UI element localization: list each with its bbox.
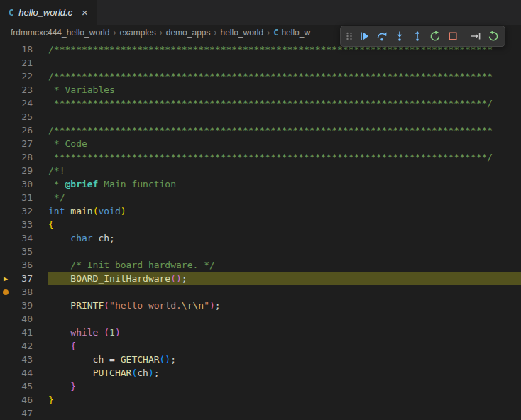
tab-hello-world-c[interactable]: C hello_world.c × — [0, 0, 97, 25]
step-into-icon — [394, 31, 405, 42]
restart-icon — [429, 31, 441, 42]
code-line[interactable]: 41 while (1) — [0, 326, 521, 339]
line-gutter[interactable]: 39 — [0, 299, 48, 312]
tab-close-icon[interactable]: × — [82, 7, 88, 18]
line-gutter[interactable]: 27 — [0, 137, 48, 150]
toolbar-drag-handle[interactable] — [344, 28, 355, 45]
line-gutter[interactable]: 44 — [0, 366, 48, 380]
code-token: BOARD_InitHardware — [70, 273, 170, 284]
code-token: while — [70, 327, 98, 338]
line-gutter[interactable]: 23 — [0, 83, 48, 96]
code-line[interactable]: 27 * Code — [0, 137, 521, 150]
breadcrumb-item-examples[interactable]: examples — [119, 28, 155, 38]
code-line[interactable]: 25 — [0, 110, 521, 123]
code-line[interactable]: 26/*************************************… — [0, 123, 521, 137]
goto-target-icon — [470, 31, 481, 42]
code-line[interactable]: 39 PRINTF("hello world.\r\n"); — [0, 299, 521, 312]
line-gutter[interactable]: 38 — [0, 285, 48, 299]
line-gutter[interactable]: 46 — [0, 393, 48, 407]
line-gutter[interactable]: 36 — [0, 258, 48, 272]
line-gutter[interactable]: 33 — [0, 218, 48, 231]
line-gutter[interactable]: 22 — [0, 70, 48, 83]
code-line[interactable]: 47 — [0, 407, 521, 420]
line-gutter[interactable]: 21 — [0, 56, 48, 70]
code-token — [48, 381, 70, 392]
toolbar-separator — [464, 31, 464, 42]
code-line[interactable]: 24 *************************************… — [0, 96, 521, 110]
code-line[interactable]: 29/*! — [0, 164, 521, 177]
code-token: ) — [115, 327, 121, 338]
line-gutter[interactable]: 24 — [0, 96, 48, 110]
line-number: 43 — [11, 353, 48, 366]
code-token: ( — [104, 300, 109, 311]
code-line[interactable]: 43 ch = GETCHAR(); — [0, 353, 521, 366]
code-line[interactable]: 36 /* Init board hardware. */ — [0, 258, 521, 272]
code-line[interactable]: 45 } — [0, 380, 521, 393]
line-gutter[interactable]: 45 — [0, 380, 48, 393]
line-gutter[interactable]: 41 — [0, 326, 48, 339]
breadcrumb-item-project[interactable]: frdmmcxc444_hello_world — [11, 28, 109, 38]
code-text: { — [48, 218, 521, 231]
debug-step-out-button[interactable] — [408, 28, 426, 45]
breadcrumb-item-hello-world[interactable]: hello_world — [220, 28, 263, 38]
line-gutter[interactable]: 32 — [0, 204, 48, 218]
debug-step-into-button[interactable] — [390, 28, 408, 45]
code-line[interactable]: 22/*************************************… — [0, 70, 521, 83]
code-line[interactable]: 34 char ch; — [0, 231, 521, 245]
code-line[interactable]: 23 * Variables — [0, 83, 521, 96]
debug-reset-button[interactable] — [484, 28, 502, 45]
reset-icon — [488, 31, 499, 42]
code-token: /*! — [48, 165, 65, 176]
code-text: { — [48, 339, 521, 353]
code-line[interactable]: 35 — [0, 245, 521, 258]
line-gutter[interactable]: 40 — [0, 312, 48, 326]
breadcrumb-item-demo-apps[interactable]: demo_apps — [166, 28, 211, 38]
breadcrumb-item-file[interactable]: C hello_w — [273, 28, 310, 38]
line-gutter[interactable]: 28 — [0, 150, 48, 164]
line-gutter[interactable]: 18 — [0, 43, 48, 56]
line-gutter[interactable]: ▶37 — [0, 272, 48, 285]
code-line[interactable]: ▶37 BOARD_InitHardware(); — [0, 272, 521, 285]
debug-step-over-button[interactable] — [373, 28, 390, 45]
line-gutter[interactable]: 42 — [0, 339, 48, 353]
code-line[interactable]: 21 — [0, 56, 521, 70]
code-line[interactable]: 31 */ — [0, 191, 521, 204]
code-token: */ — [48, 192, 65, 203]
line-gutter[interactable]: 25 — [0, 110, 48, 123]
code-token: * — [48, 179, 65, 189]
line-gutter[interactable]: 31 — [0, 191, 48, 204]
line-number: 24 — [11, 96, 48, 110]
line-gutter[interactable]: 43 — [0, 353, 48, 366]
code-line[interactable]: 30 * @brief Main function — [0, 177, 521, 191]
line-number: 26 — [11, 123, 48, 137]
code-line[interactable]: 28 *************************************… — [0, 150, 521, 164]
c-file-icon: C — [9, 8, 13, 18]
line-number: 36 — [11, 258, 48, 272]
code-line[interactable]: 40 — [0, 312, 521, 326]
line-gutter[interactable]: 35 — [0, 245, 48, 258]
code-line[interactable]: 44 PUTCHAR(ch); — [0, 366, 521, 380]
code-line[interactable]: 38 — [0, 285, 521, 299]
line-gutter[interactable]: 34 — [0, 231, 48, 245]
line-number: 41 — [11, 326, 48, 339]
debug-restart-button[interactable] — [426, 28, 444, 45]
debug-continue-button[interactable] — [355, 28, 373, 45]
line-gutter[interactable]: 30 — [0, 177, 48, 191]
code-text — [48, 407, 521, 420]
code-token: void — [98, 206, 120, 216]
line-gutter[interactable]: 26 — [0, 123, 48, 137]
code-token — [48, 300, 70, 311]
debug-goto-target-button[interactable] — [466, 28, 484, 45]
line-number: 38 — [11, 285, 48, 299]
debug-stop-button[interactable] — [444, 28, 461, 45]
code-token: { — [70, 341, 76, 351]
code-line[interactable]: 32int main(void) — [0, 204, 521, 218]
code-text — [48, 285, 521, 299]
code-token — [48, 233, 70, 243]
code-line[interactable]: 42 { — [0, 339, 521, 353]
code-line[interactable]: 33{ — [0, 218, 521, 231]
code-text — [48, 56, 521, 70]
line-gutter[interactable]: 47 — [0, 407, 48, 420]
code-line[interactable]: 46} — [0, 393, 521, 407]
line-gutter[interactable]: 29 — [0, 164, 48, 177]
